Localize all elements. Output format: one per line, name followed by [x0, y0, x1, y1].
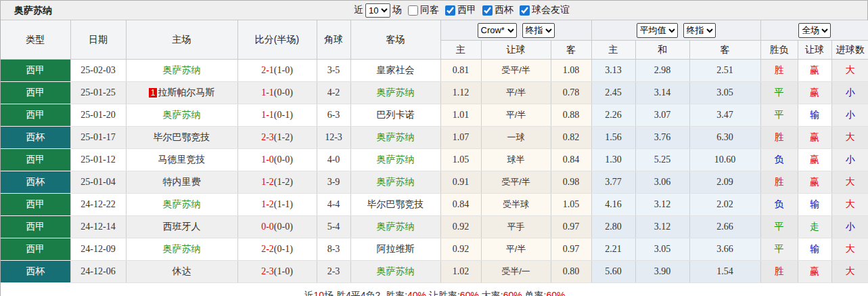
euro-home-odds: 2.21	[591, 238, 635, 261]
fulltime-score: 1-2	[261, 177, 274, 187]
score-cell: 2-3(1-2)	[237, 127, 317, 149]
away-team-cell: 奥萨苏纳	[350, 127, 440, 149]
over-rate-value: 60%	[503, 290, 522, 296]
away-team-name: 奥萨苏纳	[377, 87, 415, 98]
table-row: 西甲 24-12-22 奥萨苏纳 1-2(1-1) 4-4 毕尔巴鄂竞技 0.8…	[1, 194, 868, 216]
home-team-name: 马德里竞技	[158, 154, 206, 165]
league-type-cell: 西甲	[1, 216, 70, 238]
filter-copa[interactable]: 西杯	[478, 4, 513, 16]
handicap-line: 平/半	[481, 238, 551, 261]
handicap-away-odds: 0.97	[551, 238, 591, 261]
result-wdl-cell: 胜	[760, 171, 798, 194]
fulltime-score: 0-0	[261, 221, 274, 232]
summary-row: 近10场,胜4平4负2, 胜率:40% 让胜率:60% 大率:60% 单率:60…	[1, 283, 868, 296]
col-euro-away: 客	[689, 41, 760, 60]
result-handicap-cell: 赢	[798, 82, 831, 104]
scope-select[interactable]: 全场	[798, 23, 831, 38]
home-team-cell: 奥萨苏纳	[126, 104, 237, 127]
handicap-company-select[interactable]: Crow*	[478, 23, 517, 38]
fulltime-score: 2-2	[261, 244, 274, 254]
filter-bar: 近 10 场 同客 西甲 西杯 球会友谊	[354, 1, 570, 20]
handicap-line: 球半	[481, 149, 551, 171]
col-type: 类型	[1, 20, 70, 60]
result-wdl-cell: 胜	[760, 261, 798, 283]
matches-label: 场	[392, 4, 402, 16]
euro-away-odds: 6.30	[689, 127, 760, 149]
table-row: 西甲 24-12-14 西班牙人 0-0(0-0) 5-4 奥萨苏纳 0.92 …	[1, 216, 868, 238]
col-handicap-away: 客	[551, 41, 591, 60]
col-score: 比分(半场)	[237, 20, 317, 60]
match-table: 类型 日期 主场 比分(半场) 角球 客场 Crow* 终指 平均值	[1, 20, 868, 296]
date-cell: 25-01-25	[70, 82, 126, 104]
away-team-cell: 阿拉维斯	[350, 238, 440, 261]
table-row: 西甲 25-01-12 马德里竞技 1-0(0-0) 4-0 奥萨苏纳 1.05…	[1, 149, 868, 171]
result-handicap-cell: 赢	[798, 60, 831, 82]
result-goals-cell: 大	[831, 261, 868, 283]
date-cell: 25-01-12	[70, 149, 126, 171]
date-cell: 24-12-09	[70, 238, 126, 261]
handicap-home-odds: 1.01	[440, 104, 481, 127]
score-cell: 0-0(0-0)	[237, 216, 317, 238]
euro-select-group: 平均值 终指	[591, 20, 760, 41]
league-type-cell: 西甲	[1, 194, 70, 216]
home-team-cell: 西班牙人	[126, 216, 237, 238]
single-rate-value: 60%	[546, 290, 565, 296]
corners-cell: 3-9	[317, 171, 350, 194]
handicap-away-odds: 1.05	[551, 194, 591, 216]
halftime-score: (1-1)	[274, 199, 293, 209]
result-handicap-cell: 输	[798, 104, 831, 127]
corners-cell: 3-5	[317, 60, 350, 82]
corners-cell: 12-3	[317, 127, 350, 149]
filter-laliga[interactable]: 西甲	[441, 4, 476, 16]
filter-same-venue[interactable]: 同客	[404, 4, 439, 16]
handicap-line: 受半球	[481, 194, 551, 216]
result-wdl-cell: 胜	[760, 60, 798, 82]
euro-home-odds: 1.30	[591, 149, 635, 171]
handicap-select-group: Crow* 终指	[440, 20, 591, 41]
friendly-checkbox[interactable]	[520, 5, 530, 16]
handicap-home-odds: 0.92	[440, 216, 481, 238]
fulltime-score: 2-1	[261, 65, 274, 75]
laliga-checkbox[interactable]	[445, 5, 455, 16]
match-rows: 西甲 25-02-03 奥萨苏纳 2-1(1-0) 3-5 皇家社会 0.81 …	[1, 60, 868, 283]
date-cell: 24-12-22	[70, 194, 126, 216]
euro-company-select[interactable]: 平均值	[637, 23, 678, 38]
handicap-line: 一球	[481, 127, 551, 149]
col-date: 日期	[70, 20, 126, 60]
same-venue-checkbox[interactable]	[408, 5, 418, 16]
away-team-cell: 奥萨苏纳	[350, 149, 440, 171]
euro-stage-select[interactable]: 终指	[683, 23, 716, 38]
col-euro-draw: 和	[635, 41, 689, 60]
home-team-cell: 奥萨苏纳	[126, 238, 237, 261]
home-team-name: 西班牙人	[163, 221, 201, 232]
euro-draw-odds: 3.12	[635, 194, 689, 216]
filter-friendly[interactable]: 球会友谊	[516, 4, 570, 16]
handicap-line: 受平/半	[481, 60, 551, 82]
handicap-home-odds: 0.81	[440, 60, 481, 82]
select-row: 类型 日期 主场 比分(半场) 角球 客场 Crow* 终指 平均值	[1, 20, 868, 41]
halftime-score: (1-2)	[274, 132, 293, 142]
match-count-select[interactable]: 10	[365, 3, 390, 18]
corners-cell: 2-3	[317, 261, 350, 283]
result-goals-cell: 小	[831, 149, 868, 171]
col-result-wdl: 胜负	[760, 41, 798, 60]
away-team-name: 奥萨苏纳	[377, 131, 415, 142]
copa-checkbox[interactable]	[482, 5, 493, 16]
result-handicap-cell: 赢	[798, 261, 831, 283]
euro-home-odds: 2.45	[591, 82, 635, 104]
league-type-cell: 西杯	[1, 171, 70, 194]
halftime-score: (1-0)	[274, 266, 293, 276]
handicap-stage-select[interactable]: 终指	[522, 23, 555, 38]
corners-cell: 4-2	[317, 82, 350, 104]
home-team-cell: 1拉斯帕尔马斯	[126, 82, 237, 104]
fulltime-score: 1-1	[261, 87, 274, 98]
result-goals-cell: 大	[831, 127, 868, 149]
halftime-score: (0-0)	[274, 221, 293, 232]
handicap-home-odds: 1.07	[440, 127, 481, 149]
win-rate-value: 40%	[407, 290, 426, 296]
home-team-name: 休达	[173, 266, 191, 276]
away-team-cell: 奥萨苏纳	[350, 261, 440, 283]
table-row: 西甲 25-01-25 1拉斯帕尔马斯 1-1(0-0) 4-2 奥萨苏纳 1.…	[1, 82, 868, 104]
handicap-win-rate-value: 60%	[460, 290, 479, 296]
away-team-name: 毕尔巴鄂竞技	[367, 198, 424, 209]
